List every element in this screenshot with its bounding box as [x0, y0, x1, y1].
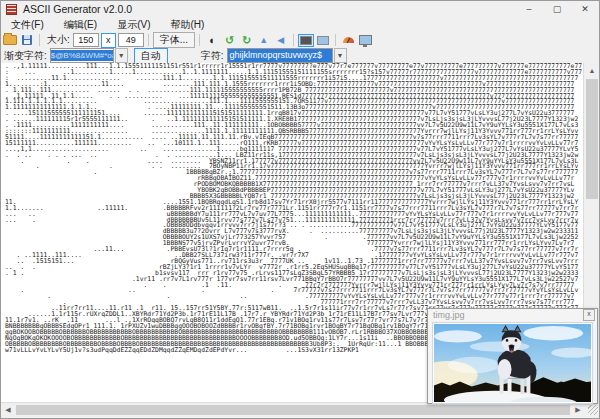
minimize-button[interactable]: – [515, 1, 543, 17]
gradient-chars-selected-text: $@B%8&WM#*oahkbdpqwmZO0QLCJUYX [51, 50, 113, 61]
toolbar-separator [39, 34, 40, 46]
invert-colors-button[interactable]: ◐ [205, 33, 220, 47]
close-button[interactable]: ✕ [571, 1, 599, 17]
aspect-lock-toggle[interactable]: x [101, 33, 116, 48]
preview-title-bar[interactable]: timg.jpg x [428, 309, 597, 321]
view-image-toggle[interactable] [315, 33, 330, 47]
image-preview-panel[interactable]: timg.jpg x [427, 308, 598, 404]
vertical-scroll-thumb[interactable] [586, 79, 598, 199]
font-button[interactable]: 字体... [153, 32, 195, 48]
menu-view[interactable]: 显示(V) [107, 17, 160, 33]
ascii-view-icon [300, 36, 312, 45]
view-ascii-toggle[interactable] [298, 34, 314, 47]
scroll-left-arrow[interactable]: ◀ [1, 403, 15, 416]
open-file-button[interactable] [2, 33, 17, 47]
title-bar: ASCII Generator v2.0.0 – ▢ ✕ [1, 1, 599, 17]
gradient-dropdown-button[interactable]: ▼ [115, 48, 128, 63]
save-file-button[interactable] [19, 33, 34, 47]
preview-title: timg.jpg [433, 310, 465, 320]
rotate-left-icon: ↺ [225, 34, 234, 47]
app-window: ASCII Generator v2.0.0 – ▢ ✕ 文件(F) 编辑(E)… [0, 0, 600, 419]
gradient-chars-combobox[interactable]: $@B%8&WM#*oahkbdpqwmZO0QLCJUYX [50, 48, 114, 63]
width-input[interactable]: 150 [73, 33, 99, 47]
chars-label: 字符: [201, 49, 224, 63]
save-floppy-icon [22, 35, 32, 45]
display-icon [359, 35, 372, 45]
menu-edit[interactable]: 编辑(E) [54, 17, 107, 33]
window-controls: – ▢ ✕ [515, 1, 599, 17]
flip-vertical-button[interactable]: ▲ [256, 33, 271, 47]
gauge-icon [343, 37, 354, 43]
menu-file[interactable]: 文件(F) [1, 17, 54, 33]
rotate-right-button[interactable]: ↻ [239, 33, 254, 47]
chars-input[interactable]: ghijklmnopqrstuvwxyz$ [227, 48, 333, 63]
horizontal-scroll-thumb[interactable] [16, 405, 570, 415]
toolbar-separator [199, 34, 200, 46]
rotate-right-icon: ↻ [242, 34, 251, 47]
app-icon [6, 4, 17, 15]
flip-vertical-icon: ▲ [259, 35, 268, 45]
flip-horizontal-button[interactable]: ◀ [273, 33, 288, 47]
maximize-button[interactable]: ▢ [543, 1, 571, 17]
invert-icon: ◐ [209, 34, 216, 46]
image-view-icon [317, 36, 329, 45]
preview-photo [432, 322, 593, 404]
height-input[interactable]: 49 [118, 33, 144, 47]
auto-button[interactable]: 自动 [134, 48, 168, 64]
size-label: 大小: [47, 33, 70, 47]
dither-button[interactable] [341, 33, 356, 47]
menu-help[interactable]: 帮助(H) [160, 17, 214, 33]
chars-dropdown-button[interactable]: ▼ [334, 48, 347, 63]
gradient-chars-label: 渐变字符: [4, 49, 47, 63]
toolbar-separator [148, 34, 149, 46]
window-title: ASCII Generator v2.0.0 [23, 3, 132, 15]
character-bar: 渐变字符: $@B%8&WM#*oahkbdpqwmZO0QLCJUYX ▼ 自… [1, 48, 599, 63]
toolbar-separator [293, 34, 294, 46]
menu-bar: 文件(F) 编辑(E) 显示(V) 帮助(H) [1, 17, 599, 32]
preview-close-button[interactable]: x [583, 309, 595, 321]
husky-photo-illustration [434, 324, 591, 402]
scroll-up-arrow[interactable]: ▲ [585, 64, 599, 77]
toolbar: 大小: 150 x 49 字体... ◐ ↺ ↻ ▲ ◀ [1, 32, 599, 48]
display-button[interactable] [358, 33, 373, 47]
resize-grip[interactable] [588, 405, 598, 415]
toolbar-separator [335, 34, 336, 46]
flip-horizontal-icon: ◀ [277, 35, 284, 45]
rotate-left-button[interactable]: ↺ [222, 33, 237, 47]
horizontal-scrollbar[interactable]: ◀ ▶ [1, 402, 585, 416]
open-folder-icon [3, 35, 17, 45]
